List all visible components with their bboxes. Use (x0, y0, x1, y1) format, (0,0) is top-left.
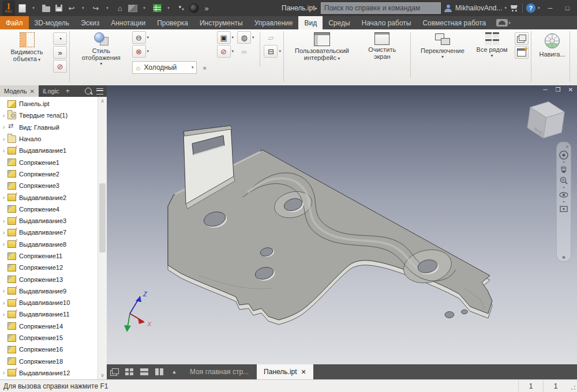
expand-chevron-icon[interactable]: › (0, 241, 8, 247)
tree-item-Сопряжение2[interactable]: Сопряжение2 (0, 168, 98, 180)
tree-item-Выдавливание8[interactable]: ›Выдавливание8 (0, 239, 98, 250)
expand-chevron-icon[interactable]: › (0, 229, 8, 236)
display-style-button[interactable]: Стиль отображения ▾ (72, 31, 130, 67)
tree-item-Сопряжение15[interactable]: Сопряжение15 (0, 332, 98, 344)
sketch-visibility-off-button[interactable]: ⊘ (53, 60, 67, 73)
search-expand-icon[interactable]: ▸ (314, 5, 317, 11)
tree-item-Сопряжение16[interactable]: Сопряжение16 (0, 344, 98, 355)
browser-tab-ilogic[interactable]: iLogic (39, 85, 63, 97)
ribbon-tab-Инструменты[interactable]: Инструменты (194, 16, 249, 29)
expand-chevron-icon[interactable]: › (0, 124, 8, 130)
section-dropdown[interactable]: ▾ (279, 49, 281, 54)
expand-chevron-icon[interactable]: › (0, 112, 8, 119)
doc-restore-button[interactable]: ❐ (554, 86, 562, 93)
orbit-tool[interactable] (559, 190, 569, 200)
ribbon-tab-Вид[interactable]: Вид (298, 16, 323, 29)
document-tab-Панель.ipt[interactable]: Панель.ipt✕ (257, 364, 313, 379)
tree-item-Выдавливание9[interactable]: ›Выдавливание9 (0, 285, 98, 297)
tree-item-Выдавливание2[interactable]: ›Выдавливание2 (0, 191, 98, 203)
tile-grid-button[interactable] (122, 364, 137, 379)
tree-item-Сопряжение4[interactable]: Сопряжение4 (0, 203, 98, 215)
ribbon-tab-Совместная работа[interactable]: Совместная работа (417, 16, 492, 29)
browser-scrollbar[interactable]: ∧ ∨ (98, 97, 107, 379)
expand-chevron-icon[interactable]: › (0, 311, 8, 318)
expand-chevron-icon[interactable]: › (0, 300, 8, 306)
navbar-options-icon[interactable]: ▣ (562, 256, 565, 259)
scroll-down-icon[interactable]: ∨ (98, 372, 107, 378)
tree-item-Твердые тела(1)[interactable]: ›Твердые тела(1) (0, 110, 98, 121)
ribbon-tab-Эскиз[interactable]: Эскиз (75, 16, 105, 29)
reflections-off-button[interactable]: ⊗ (132, 45, 146, 58)
cascade-windows-button[interactable] (515, 32, 529, 45)
tree-item-Сопряжение13[interactable]: Сопряжение13 (0, 273, 98, 285)
ribbon-tab-Управление[interactable]: Управление (249, 16, 299, 29)
shadows-dropdown[interactable]: ▾ (147, 35, 149, 40)
measure-button[interactable] (175, 2, 187, 14)
quarter-section-view-button[interactable]: ◔ (53, 32, 67, 45)
zoom-tool[interactable] (559, 175, 569, 186)
image-capture-button[interactable] (127, 2, 138, 14)
user-interface-button[interactable]: Пользовательский интерфейс (286, 31, 358, 63)
clean-screen-button[interactable]: Очистить экран (359, 31, 405, 61)
maximize-button[interactable]: □ (560, 2, 574, 14)
app-store-cart-icon[interactable] (510, 5, 519, 12)
new-window-button[interactable] (515, 46, 529, 59)
expand-chevron-icon[interactable]: › (0, 288, 8, 294)
navigation-button[interactable]: Навига... (534, 31, 571, 59)
scrollbar-thumb[interactable] (99, 183, 106, 252)
cascade-documents-button[interactable] (107, 364, 122, 379)
switch-windows-dropdown[interactable]: ▾ (441, 55, 444, 59)
close-icon[interactable]: ✕ (301, 368, 306, 376)
shadow-ground-button[interactable]: ⊘ (217, 45, 231, 58)
reflections-dropdown[interactable]: ▾ (147, 49, 149, 54)
tree-item-Сопряжение1[interactable]: Сопряжение1 (0, 156, 98, 168)
tile-windows-dropdown[interactable]: ▾ (491, 54, 493, 58)
tree-item-Выдавливание12[interactable]: ›Выдавливание12 (0, 367, 98, 379)
collapse-tabs-button[interactable]: ▲ (167, 364, 182, 379)
ground-shadow-dropdown[interactable]: ▾ (232, 49, 234, 54)
help-dropdown[interactable]: ▾ (538, 6, 540, 10)
wheel-dropdown[interactable]: ▾ (563, 161, 564, 164)
new-file-button[interactable] (16, 2, 28, 14)
redo-dropdown[interactable]: ▾ (102, 2, 113, 14)
tree-item-Панель.ipt[interactable]: Панель.ipt (0, 98, 98, 110)
inventor-logo-icon[interactable]: IPRO (2, 1, 15, 16)
display-style-dropdown[interactable]: ▾ (100, 62, 102, 66)
doc-close-button[interactable]: ✕ (567, 86, 575, 93)
orbit-dropdown[interactable]: ▾ (563, 201, 564, 203)
tree-item-Сопряжение3[interactable]: Сопряжение3 (0, 180, 98, 191)
model-viewport[interactable]: ─ ❐ ✕ ВИД ✕ ▾ ▾ ▾ (107, 85, 577, 364)
textures-button[interactable]: ◍ (237, 31, 251, 44)
ribbon-tab-Проверка[interactable]: Проверка (151, 16, 194, 29)
lighting-style-dropdown[interactable]: ☼ Холодный ▾ (132, 61, 197, 74)
hamburger-menu-icon[interactable] (96, 88, 103, 95)
doc-minimize-button[interactable]: ─ (541, 86, 549, 93)
switch-windows-button[interactable]: Переключение ▾ (416, 31, 470, 60)
save-button[interactable] (53, 2, 65, 14)
section-view-button[interactable]: ⊟ (264, 45, 278, 58)
expand-chevron-icon[interactable]: › (0, 194, 8, 201)
close-icon[interactable]: ✕ (29, 88, 34, 95)
toolbar-overflow-button[interactable]: » (201, 2, 212, 14)
tree-item-Выдавливание7[interactable]: ›Выдавливание7 (0, 227, 98, 238)
tree-item-Выдавливание3[interactable]: ›Выдавливание3 (0, 215, 98, 227)
document-tab-Моя главная стр...[interactable]: Моя главная стр... (183, 364, 256, 379)
object-visibility-button[interactable]: Видимость объекта (2, 31, 51, 65)
undo-dropdown[interactable]: ▾ (77, 2, 89, 14)
textures-dropdown[interactable]: ▾ (252, 35, 254, 40)
help-icon[interactable]: ? (526, 3, 535, 13)
help-search-input[interactable] (321, 2, 441, 14)
visibility-arrows-button[interactable]: » (53, 46, 67, 59)
user-dropdown[interactable]: ▾ (504, 6, 507, 10)
minimize-button[interactable]: ─ (543, 2, 557, 14)
tree-item-Сопряжение18[interactable]: Сопряжение18 (0, 356, 98, 367)
open-button[interactable] (40, 2, 52, 14)
tree-item-Сопряжение12[interactable]: Сопряжение12 (0, 262, 98, 273)
user-name[interactable]: MikhailovAnd... (455, 4, 502, 12)
tree-item-Вид: Главный[interactable]: ›Вид: Главный (0, 122, 98, 133)
expand-chevron-icon[interactable]: › (0, 370, 8, 376)
redo-button[interactable]: ↪ (90, 2, 102, 14)
navigation-wheel-tool[interactable] (559, 150, 569, 160)
look-at-tool[interactable] (559, 204, 569, 214)
expand-chevron-icon[interactable]: › (0, 148, 8, 154)
